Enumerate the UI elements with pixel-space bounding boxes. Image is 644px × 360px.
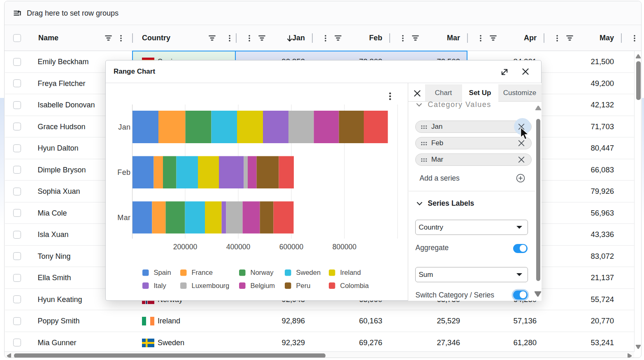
svg-text:Belgium: Belgium (251, 281, 275, 289)
svg-text:Spain: Spain (154, 269, 171, 276)
svg-text:France: France (192, 269, 213, 276)
svg-text:200000: 200000 (173, 243, 198, 251)
svg-text:800000: 800000 (332, 243, 357, 251)
svg-text:Colombia: Colombia (340, 281, 370, 289)
svg-text:Italy: Italy (154, 281, 167, 289)
svg-text:Sweden: Sweden (296, 269, 321, 276)
svg-text:Ireland: Ireland (340, 269, 361, 276)
svg-text:Mar: Mar (117, 213, 130, 221)
svg-text:Feb: Feb (117, 168, 130, 176)
svg-text:Norway: Norway (251, 269, 274, 276)
svg-text:400000: 400000 (226, 243, 251, 251)
svg-text:600000: 600000 (279, 243, 304, 251)
svg-text:Peru: Peru (296, 281, 311, 289)
svg-text:Luxembourg: Luxembourg (192, 281, 230, 289)
svg-text:Jan: Jan (118, 123, 130, 131)
